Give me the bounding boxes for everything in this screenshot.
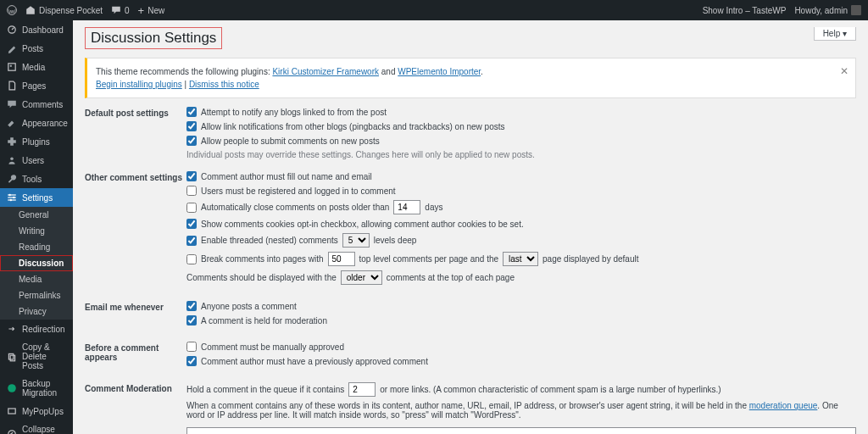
heading-email: Email me whenever bbox=[85, 301, 186, 330]
link-kirki[interactable]: Kirki Customizer Framework bbox=[272, 67, 379, 76]
sidebar-sub-discussion[interactable]: Discussion bbox=[0, 255, 73, 271]
sidebar-sub-reading[interactable]: Reading bbox=[0, 239, 73, 255]
svg-rect-12 bbox=[10, 355, 14, 361]
link-begin-install[interactable]: Begin installing plugins bbox=[96, 80, 182, 89]
link-wpelemento[interactable]: WPElemento Importer bbox=[398, 67, 481, 76]
chk-allow-comments[interactable] bbox=[186, 136, 197, 146]
sidebar-sub-media[interactable]: Media bbox=[0, 271, 73, 287]
chk-email-anyone[interactable] bbox=[186, 301, 197, 311]
sidebar-item-appearance[interactable]: Appearance bbox=[0, 114, 73, 132]
chk-cookies[interactable] bbox=[186, 219, 197, 229]
svg-point-4 bbox=[10, 157, 14, 160]
sidebar-sub-permalinks[interactable]: Permalinks bbox=[0, 287, 73, 303]
sidebar-collapse[interactable]: Collapse menu bbox=[0, 420, 73, 434]
admin-sidebar: Dashboard Posts Media Pages Comments App… bbox=[0, 20, 73, 434]
select-comment-order[interactable]: older bbox=[341, 270, 382, 285]
chk-paginate[interactable] bbox=[186, 254, 197, 264]
select-default-page[interactable]: last bbox=[503, 252, 538, 266]
sidebar-sub-privacy[interactable]: Privacy bbox=[0, 303, 73, 320]
admin-bar: Dispense Pocket 0 +New Show Intro – Tast… bbox=[0, 0, 868, 20]
sidebar-item-users[interactable]: Users bbox=[0, 151, 73, 170]
link-dismiss-notice[interactable]: Dismiss this notice bbox=[189, 80, 259, 89]
new-content[interactable]: +New bbox=[138, 4, 165, 17]
page-title: Discussion Settings bbox=[85, 27, 222, 49]
heading-default: Default post settings bbox=[85, 107, 186, 159]
site-name[interactable]: Dispense Pocket bbox=[25, 5, 103, 15]
show-intro[interactable]: Show Intro – TasteWP bbox=[703, 6, 787, 15]
sidebar-item-dashboard[interactable]: Dashboard bbox=[0, 20, 73, 39]
sidebar-sub-writing[interactable]: Writing bbox=[0, 223, 73, 239]
sidebar-item-redirection[interactable]: Redirection bbox=[0, 320, 73, 338]
sidebar-item-backup[interactable]: Backup Migration bbox=[0, 375, 73, 402]
plugin-notice: This theme recommends the following plug… bbox=[85, 58, 856, 98]
sidebar-item-settings[interactable]: Settings bbox=[0, 188, 73, 207]
svg-rect-14 bbox=[8, 409, 15, 414]
dismiss-icon[interactable]: ✕ bbox=[840, 64, 849, 79]
sidebar-item-plugins[interactable]: Plugins bbox=[0, 132, 73, 151]
chk-author-fill[interactable] bbox=[186, 171, 197, 181]
sidebar-item-copydelete[interactable]: Copy & Delete Posts bbox=[0, 338, 73, 375]
chk-registered[interactable] bbox=[186, 186, 197, 196]
sidebar-item-media[interactable]: Media bbox=[0, 58, 73, 76]
input-days-old[interactable] bbox=[393, 200, 420, 214]
svg-rect-11 bbox=[8, 353, 13, 359]
svg-point-13 bbox=[8, 384, 16, 392]
sidebar-item-tools[interactable]: Tools bbox=[0, 170, 73, 188]
textarea-moderation-keys[interactable] bbox=[186, 427, 856, 434]
sidebar-item-posts[interactable]: Posts bbox=[0, 39, 73, 58]
svg-rect-2 bbox=[8, 64, 15, 70]
svg-point-8 bbox=[8, 194, 10, 196]
sidebar-item-popups[interactable]: MyPopUps bbox=[0, 402, 73, 420]
svg-point-3 bbox=[10, 65, 12, 67]
chk-email-moderation[interactable] bbox=[186, 315, 197, 326]
svg-point-10 bbox=[10, 199, 12, 201]
chk-manual-approve[interactable] bbox=[186, 342, 197, 352]
wp-logo[interactable] bbox=[7, 5, 17, 15]
input-max-links[interactable] bbox=[348, 382, 376, 397]
select-thread-depth[interactable]: 5 bbox=[342, 233, 370, 248]
chk-notify-blogs[interactable] bbox=[186, 107, 197, 117]
chk-threaded[interactable] bbox=[186, 236, 197, 246]
sidebar-item-pages[interactable]: Pages bbox=[0, 76, 73, 95]
comments-count[interactable]: 0 bbox=[111, 5, 130, 15]
avatar bbox=[851, 5, 861, 15]
heading-before: Before a comment appears bbox=[85, 342, 186, 370]
sidebar-sub-general[interactable]: General bbox=[0, 207, 73, 223]
heading-other: Other comment settings bbox=[85, 171, 186, 289]
sidebar-item-comments[interactable]: Comments bbox=[0, 95, 73, 114]
link-moderation-queue[interactable]: moderation queue bbox=[749, 401, 818, 410]
heading-moderation: Comment Moderation bbox=[85, 382, 186, 434]
howdy-account[interactable]: Howdy, admin bbox=[794, 5, 861, 15]
chk-pingbacks[interactable] bbox=[186, 121, 197, 131]
help-tab[interactable]: Help ▾ bbox=[814, 27, 856, 41]
main-content: Discussion Settings Help ▾ This theme re… bbox=[73, 20, 868, 434]
input-per-page[interactable] bbox=[328, 252, 355, 266]
chk-autoclose[interactable] bbox=[186, 203, 197, 213]
chk-prev-approved[interactable] bbox=[186, 356, 197, 366]
svg-point-9 bbox=[13, 197, 14, 198]
